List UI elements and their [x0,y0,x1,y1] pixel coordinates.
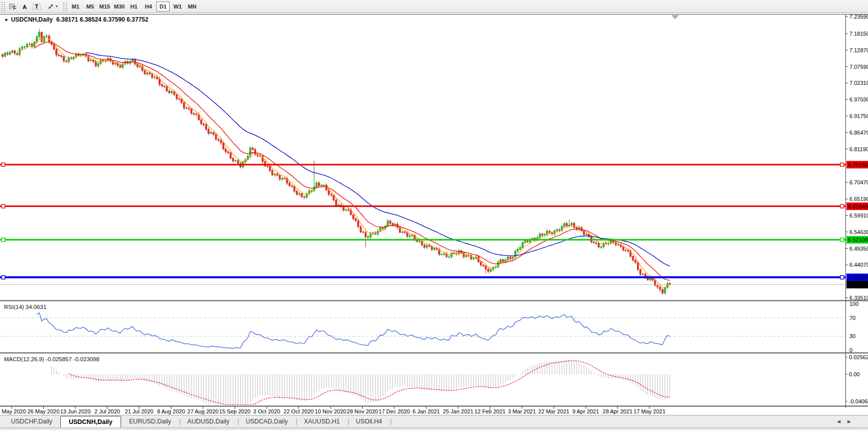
chart-tabbar: USDCHF,DailyUSDCNH,DailyEURUSD,DailyAUDU… [0,415,868,427]
svg-text:0.00: 0.00 [849,371,859,377]
svg-text:7.23590: 7.23590 [849,14,868,20]
tab-usdcnh[interactable]: USDCNH,Daily [60,416,121,427]
top-toolbar: F A T ▾ M1M5M15M30H1H4D1W1MN [0,0,868,13]
arrow-tools-button[interactable]: ▾ [43,1,62,12]
svg-text:T: T [35,4,39,10]
svg-text:70: 70 [849,315,855,321]
svg-text:A: A [23,4,27,10]
svg-text:26 May 2020: 26 May 2020 [28,408,60,414]
svg-text:0.025623: 0.025623 [849,354,868,360]
timeframe-m5-button[interactable]: M5 [83,2,97,12]
svg-text:7.12870: 7.12870 [849,47,868,53]
svg-text:17 May 2021: 17 May 2021 [633,408,666,414]
tab-xauusd[interactable]: XAUUSD,H1 [296,415,348,427]
svg-text:22 Oct 2020: 22 Oct 2020 [284,408,314,414]
svg-text:6.54630: 6.54630 [849,229,868,235]
svg-text:6.65190: 6.65190 [849,196,868,202]
svg-text:7.18150: 7.18150 [849,31,868,37]
svg-text:0: 0 [849,347,852,353]
svg-text:3 Oct 2020: 3 Oct 2020 [253,408,280,414]
tab-eurusd[interactable]: EURUSD,Daily [121,415,179,427]
timeframe-buttons: M1M5M15M30H1H4D1W1MN [68,2,199,12]
text-annotation-button[interactable]: A [19,1,31,12]
indicator-grid-icon[interactable]: F [7,1,19,12]
timeframe-h1-button[interactable]: H1 [127,2,141,12]
dropdown-caret-icon: ▾ [56,4,58,9]
svg-text:6.52108: 6.52108 [848,237,868,243]
svg-text:6 Jan 2021: 6 Jan 2021 [412,408,440,414]
svg-text:22 Mar 2021: 22 Mar 2021 [538,408,570,414]
symbol-dropdown-icon[interactable]: ▼ [4,18,9,23]
timeframe-mn-button[interactable]: MN [185,2,199,12]
tab-scroll-buttons: ◀ ▶ [837,415,851,427]
svg-text:7.02310: 7.02310 [849,80,868,86]
toolbar-drag-handle[interactable] [63,2,67,11]
svg-text:21 Jul 2020: 21 Jul 2020 [125,408,154,414]
tab-usdchf[interactable]: USDCHF,Daily [3,415,60,427]
svg-text:2 Jul 2020: 2 Jul 2020 [94,408,120,414]
svg-text:6.37752: 6.37752 [848,282,868,288]
svg-text:17 Dec 2020: 17 Dec 2020 [379,408,410,414]
chart-title: ▼USDCNH,Daily 6.38171 6.38524 6.37590 6.… [4,16,148,23]
timeframe-m1-button[interactable]: M1 [69,2,82,12]
text-box-icon: T [32,3,41,11]
svg-text:6.49350: 6.49350 [849,246,868,252]
svg-text:7 May 2020: 7 May 2020 [0,408,26,414]
chart-window: 7.235907.181507.128707.075907.023106.970… [0,13,868,415]
timeframe-m15-button[interactable]: M15 [98,2,112,12]
status-bar [0,427,868,430]
timeframe-d1-button[interactable]: D1 [156,2,170,12]
svg-text:7.07590: 7.07590 [849,64,868,70]
svg-text:10 Nov 2020: 10 Nov 2020 [315,408,346,414]
svg-text:27 Aug 2020: 27 Aug 2020 [187,408,219,414]
tab-usdcad[interactable]: USDCAD,Daily [238,415,296,427]
timeframe-m30-button[interactable]: M30 [113,2,126,12]
svg-text:12 Feb 2021: 12 Feb 2021 [475,408,506,414]
svg-text:6.76156: 6.76156 [848,162,868,168]
svg-text:30: 30 [849,333,855,339]
svg-text:3 Mar 2021: 3 Mar 2021 [508,408,536,414]
tab-audusd[interactable]: AUDUSD,Daily [179,415,238,427]
chart-title-symbol: USDCNH,Daily [11,16,53,23]
letter-a-icon: A [21,3,29,11]
svg-text:6.86470: 6.86470 [849,130,868,136]
svg-text:F: F [13,5,17,11]
tab-usoil[interactable]: USOil,H4 [348,415,390,427]
macd-indicator-label: MACD(12,26,9) -0.025857 -0.023098 [4,356,99,362]
timeframe-w1-button[interactable]: W1 [171,2,184,12]
svg-text:6.44070: 6.44070 [849,262,868,268]
diagonal-arrows-icon [47,3,55,11]
chart-tabs: USDCHF,DailyUSDCNH,DailyEURUSD,DailyAUDU… [3,415,390,427]
svg-text:100: 100 [849,301,858,307]
tab-scroll-left-icon[interactable]: ◀ [837,419,840,424]
svg-text:6.70470: 6.70470 [849,179,868,185]
svg-text:25 Jan 2021: 25 Jan 2021 [443,408,474,414]
svg-text:15 Sep 2020: 15 Sep 2020 [219,408,250,414]
chart-title-ohlc: 6.38171 6.38524 6.37590 6.37752 [56,16,149,23]
svg-text:28 Nov 2020: 28 Nov 2020 [347,408,378,414]
svg-text:8 Aug 2020: 8 Aug 2020 [157,408,185,414]
svg-text:6.62849: 6.62849 [848,203,868,209]
svg-text:-0.040687: -0.040687 [849,398,868,404]
svg-text:9 Apr 2021: 9 Apr 2021 [572,408,599,414]
svg-text:6.97030: 6.97030 [849,96,868,102]
tab-scroll-right-icon[interactable]: ▶ [847,419,851,424]
svg-text:6.33510: 6.33510 [849,295,868,301]
grid-f-icon: F [9,3,17,11]
svg-text:6.81190: 6.81190 [849,146,868,152]
svg-text:6.59910: 6.59910 [849,212,868,219]
toolbar-drag-handle[interactable] [2,2,5,11]
svg-text:13 Jun 2020: 13 Jun 2020 [60,408,91,414]
text-label-button[interactable]: T [31,1,43,12]
svg-text:28 Apr 2021: 28 Apr 2021 [603,408,632,414]
svg-text:6.40084: 6.40084 [848,274,868,280]
svg-text:6.91750: 6.91750 [849,113,868,119]
rsi-indicator-label: RSI(14) 34.0631 [4,304,46,310]
chart-canvas[interactable]: 7.235907.181507.128707.075907.023106.970… [0,13,868,415]
timeframe-h4-button[interactable]: H4 [142,2,155,12]
